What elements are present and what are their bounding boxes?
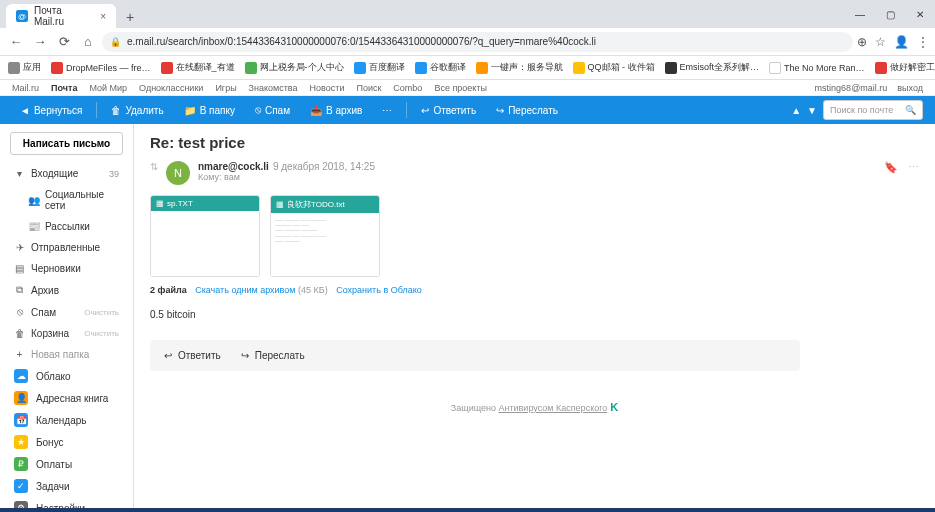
browser-tab-bar: @ Почта Mail.ru × + — ▢ ✕ bbox=[0, 0, 935, 28]
nav-mymir[interactable]: Мой Мир bbox=[89, 83, 127, 93]
nav-search[interactable]: Поиск bbox=[356, 83, 381, 93]
nav-all[interactable]: Все проекты bbox=[434, 83, 487, 93]
sender-email[interactable]: nmare@cock.li bbox=[198, 161, 269, 172]
tab-close-icon[interactable]: × bbox=[100, 11, 106, 22]
folder-archive[interactable]: ⧉Архив bbox=[0, 279, 133, 301]
nav-mailru[interactable]: Mail.ru bbox=[12, 83, 39, 93]
bookmark-favicon bbox=[476, 62, 488, 74]
sidebar-bonus[interactable]: ★Бонус bbox=[0, 431, 133, 453]
bookmark-item[interactable]: 百度翻译 bbox=[354, 61, 405, 74]
forward-button[interactable]: ↪ Переслать bbox=[488, 96, 566, 124]
back-to-list-button[interactable]: ◄ Вернуться bbox=[12, 96, 90, 124]
message-more-icon[interactable]: ⋯ bbox=[908, 161, 919, 174]
quick-reply-box[interactable]: ↩Ответить ↪Переслать bbox=[150, 340, 800, 371]
download-all-link[interactable]: Скачать одним архивом (45 КБ) bbox=[195, 285, 327, 295]
bookmark-item[interactable]: QQ邮箱 - 收件箱 bbox=[573, 61, 655, 74]
url-input[interactable]: 🔒 e.mail.ru/search/inbox/0:1544336431000… bbox=[102, 32, 853, 52]
bookmark-item[interactable]: 在线翻译_有道 bbox=[161, 61, 235, 74]
bookmark-item[interactable]: 一键声：服务导航 bbox=[476, 61, 563, 74]
new-tab-button[interactable]: + bbox=[120, 7, 140, 27]
bookmark-item[interactable]: 做好解密工具治理 bbox=[875, 61, 935, 74]
message-date: 9 декабря 2018, 14:25 bbox=[273, 161, 375, 172]
search-icon[interactable]: 🔍 bbox=[905, 105, 916, 115]
nav-dating[interactable]: Знакомства bbox=[249, 83, 298, 93]
folder-social[interactable]: 👥Социальные сети bbox=[0, 184, 133, 216]
more-button[interactable]: ⋯ bbox=[374, 96, 400, 124]
newsletter-icon: 📰 bbox=[28, 221, 39, 232]
home-button[interactable]: ⌂ bbox=[78, 32, 98, 52]
mailru-top-nav: Mail.ru Почта Мой Мир Одноклассники Игры… bbox=[0, 80, 935, 96]
maximize-button[interactable]: ▢ bbox=[875, 0, 905, 28]
sidebar-tasks[interactable]: ✓Задачи bbox=[0, 475, 133, 497]
new-folder-button[interactable]: +Новая папка bbox=[0, 344, 133, 365]
nav-ok[interactable]: Одноклассники bbox=[139, 83, 203, 93]
tab-title: Почта Mail.ru bbox=[34, 5, 94, 27]
archive-button[interactable]: 📥 В архив bbox=[302, 96, 370, 124]
quick-reply-button[interactable]: ↩Ответить bbox=[164, 350, 221, 361]
nav-games[interactable]: Игры bbox=[215, 83, 236, 93]
save-to-cloud-link[interactable]: Сохранить в Облако bbox=[336, 285, 422, 295]
folder-inbox[interactable]: ▾Входящие39 bbox=[0, 163, 133, 184]
nav-news[interactable]: Новости bbox=[310, 83, 345, 93]
next-message-button[interactable]: ▼ bbox=[807, 105, 817, 116]
bookmark-item[interactable]: 应用 bbox=[8, 61, 41, 74]
attachment-count: 2 файла bbox=[150, 285, 187, 295]
browser-tab[interactable]: @ Почта Mail.ru × bbox=[6, 4, 116, 28]
bookmark-favicon bbox=[665, 62, 677, 74]
thread-sort-icon[interactable]: ⇅ bbox=[150, 161, 158, 172]
reload-button[interactable]: ⟳ bbox=[54, 32, 74, 52]
reply-button[interactable]: ↩ Ответить bbox=[413, 96, 484, 124]
social-icon: 👥 bbox=[28, 195, 39, 206]
attachment-name: sp.TXT bbox=[167, 199, 193, 208]
compose-button[interactable]: Написать письмо bbox=[10, 132, 123, 155]
close-window-button[interactable]: ✕ bbox=[905, 0, 935, 28]
user-email[interactable]: msting68@mail.ru bbox=[815, 83, 888, 93]
bookmark-item[interactable]: The No More Ran… bbox=[769, 62, 865, 74]
nav-mail[interactable]: Почта bbox=[51, 83, 77, 93]
forward-button[interactable]: → bbox=[30, 32, 50, 52]
sidebar-payments[interactable]: ₽Оплаты bbox=[0, 453, 133, 475]
tasks-icon: ✓ bbox=[14, 479, 28, 493]
clear-trash-link[interactable]: Очистить bbox=[84, 329, 119, 338]
folder-trash[interactable]: 🗑КорзинаОчистить bbox=[0, 323, 133, 344]
back-button[interactable]: ← bbox=[6, 32, 26, 52]
logout-link[interactable]: выход bbox=[897, 83, 923, 93]
move-to-folder-button[interactable]: 📁 В папку bbox=[176, 96, 243, 124]
quick-forward-button[interactable]: ↪Переслать bbox=[241, 350, 305, 361]
menu-icon[interactable]: ⋮ bbox=[917, 35, 929, 49]
minimize-button[interactable]: — bbox=[845, 0, 875, 28]
bookmark-message-icon[interactable]: 🔖 bbox=[884, 161, 898, 174]
archive-icon: ⧉ bbox=[14, 284, 25, 296]
prev-message-button[interactable]: ▲ bbox=[791, 105, 801, 116]
sidebar-calendar[interactable]: 📅Календарь bbox=[0, 409, 133, 431]
clear-spam-link[interactable]: Очистить bbox=[84, 308, 119, 317]
bookmark-favicon bbox=[161, 62, 173, 74]
mail-search-input[interactable]: Поиск по почте 🔍 bbox=[823, 100, 923, 120]
bookmark-item[interactable]: Emsisoft全系列解… bbox=[665, 61, 760, 74]
folder-sent[interactable]: ✈Отправленные bbox=[0, 237, 133, 258]
kaspersky-link[interactable]: Антивирусом Касперского bbox=[498, 403, 607, 413]
bonus-icon: ★ bbox=[14, 435, 28, 449]
extension-icon[interactable]: ⊕ bbox=[857, 35, 867, 49]
folder-drafts[interactable]: ▤Черновики bbox=[0, 258, 133, 279]
attachment-actions: 2 файла Скачать одним архивом (45 КБ) Со… bbox=[150, 285, 919, 295]
profile-icon[interactable]: 👤 bbox=[894, 35, 909, 49]
kaspersky-icon: K bbox=[610, 401, 618, 413]
bookmark-item[interactable]: DropMeFiles — fre… bbox=[51, 62, 151, 74]
folder-spam[interactable]: ⦸СпамОчистить bbox=[0, 301, 133, 323]
star-icon[interactable]: ☆ bbox=[875, 35, 886, 49]
message-view: Re: test price ⇅ N nmare@cock.li9 декабр… bbox=[134, 124, 935, 512]
lock-icon: 🔒 bbox=[110, 37, 121, 47]
apps-icon bbox=[8, 62, 20, 74]
sidebar-contacts[interactable]: 👤Адресная книга bbox=[0, 387, 133, 409]
nav-combo[interactable]: Combo bbox=[393, 83, 422, 93]
attachment-item[interactable]: ▦良软邦TODO.txt —— ———— —— ———————— —— ————… bbox=[270, 195, 380, 277]
bookmark-item[interactable]: 网上税务局-个人中心 bbox=[245, 61, 344, 74]
bookmark-favicon bbox=[51, 62, 63, 74]
sidebar-cloud[interactable]: ☁Облако bbox=[0, 365, 133, 387]
spam-button[interactable]: ⦸ Спам bbox=[247, 96, 298, 124]
delete-button[interactable]: 🗑 Удалить bbox=[103, 96, 171, 124]
bookmark-item[interactable]: 谷歌翻译 bbox=[415, 61, 466, 74]
attachment-item[interactable]: ▦sp.TXT bbox=[150, 195, 260, 277]
folder-newsletters[interactable]: 📰Рассылки bbox=[0, 216, 133, 237]
